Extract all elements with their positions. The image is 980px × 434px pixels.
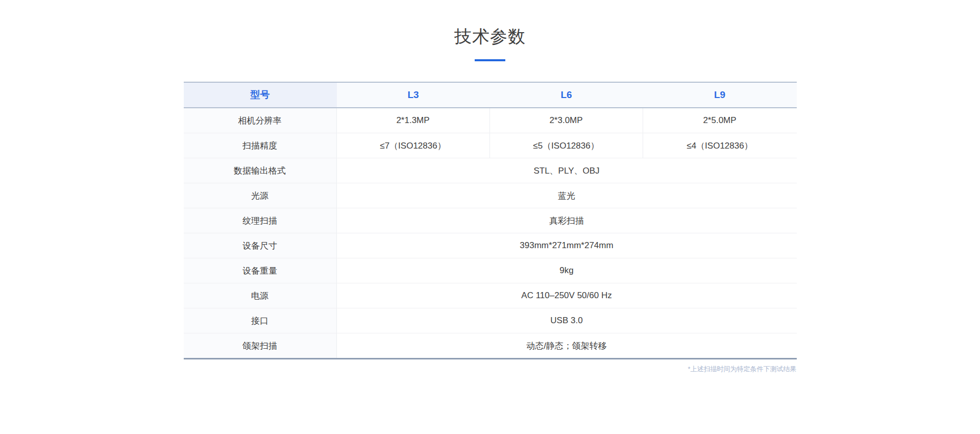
row-value-shared: 动态/静态；颌架转移 bbox=[337, 333, 797, 358]
row-value-l9: ≤4（ISO12836） bbox=[643, 133, 797, 158]
row-label: 颌架扫描 bbox=[184, 333, 337, 358]
row-label: 数据输出格式 bbox=[184, 158, 337, 183]
row-value-shared: 9kg bbox=[337, 258, 797, 283]
row-value-l9: 2*5.0MP bbox=[643, 108, 797, 133]
row-label: 电源 bbox=[184, 283, 337, 308]
spec-table: 型号 L3 L6 L9 相机分辨率 2*1.3MP 2*3.0MP 2*5.0M… bbox=[184, 82, 797, 359]
header-cell-model: 型号 bbox=[184, 83, 337, 107]
row-label: 相机分辨率 bbox=[184, 108, 337, 133]
section-title: 技术参数 bbox=[0, 0, 980, 47]
table-row-device-size: 设备尺寸 393mm*271mm*274mm bbox=[184, 233, 797, 258]
table-row-output-format: 数据输出格式 STL、PLY、OBJ bbox=[184, 158, 797, 183]
row-value-shared: STL、PLY、OBJ bbox=[337, 158, 797, 183]
tech-specs-section: 技术参数 型号 L3 L6 L9 相机分辨率 2*1.3MP 2*3.0MP 2… bbox=[0, 0, 980, 434]
table-row-light-source: 光源 蓝光 bbox=[184, 183, 797, 208]
row-value-shared: 393mm*271mm*274mm bbox=[337, 233, 797, 258]
header-cell-l3: L3 bbox=[337, 83, 490, 107]
row-value-shared: AC 110–250V 50/60 Hz bbox=[337, 283, 797, 308]
row-label: 扫描精度 bbox=[184, 133, 337, 158]
row-value-shared: 真彩扫描 bbox=[337, 208, 797, 233]
row-value-l6: 2*3.0MP bbox=[490, 108, 643, 133]
row-label: 设备尺寸 bbox=[184, 233, 337, 258]
table-row-scan-accuracy: 扫描精度 ≤7（ISO12836） ≤5（ISO12836） ≤4（ISO128… bbox=[184, 133, 797, 158]
header-cell-l6: L6 bbox=[490, 83, 643, 107]
row-label: 设备重量 bbox=[184, 258, 337, 283]
row-value-l3: 2*1.3MP bbox=[337, 108, 490, 133]
table-row-camera-resolution: 相机分辨率 2*1.3MP 2*3.0MP 2*5.0MP bbox=[184, 108, 797, 133]
title-accent-divider bbox=[475, 59, 505, 61]
row-value-l6: ≤5（ISO12836） bbox=[490, 133, 643, 158]
table-row-device-weight: 设备重量 9kg bbox=[184, 258, 797, 283]
table-row-articulator-scan: 颌架扫描 动态/静态；颌架转移 bbox=[184, 333, 797, 358]
table-header-row: 型号 L3 L6 L9 bbox=[184, 82, 797, 108]
row-label: 纹理扫描 bbox=[184, 208, 337, 233]
row-value-shared: USB 3.0 bbox=[337, 308, 797, 333]
row-label: 光源 bbox=[184, 183, 337, 208]
table-row-power: 电源 AC 110–250V 50/60 Hz bbox=[184, 283, 797, 308]
row-value-l3: ≤7（ISO12836） bbox=[337, 133, 490, 158]
table-row-interface: 接口 USB 3.0 bbox=[184, 308, 797, 333]
table-row-texture-scan: 纹理扫描 真彩扫描 bbox=[184, 208, 797, 233]
row-value-shared: 蓝光 bbox=[337, 183, 797, 208]
footnote-text: *上述扫描时间为特定条件下测试结果 bbox=[184, 365, 797, 374]
row-label: 接口 bbox=[184, 308, 337, 333]
header-cell-l9: L9 bbox=[643, 83, 797, 107]
